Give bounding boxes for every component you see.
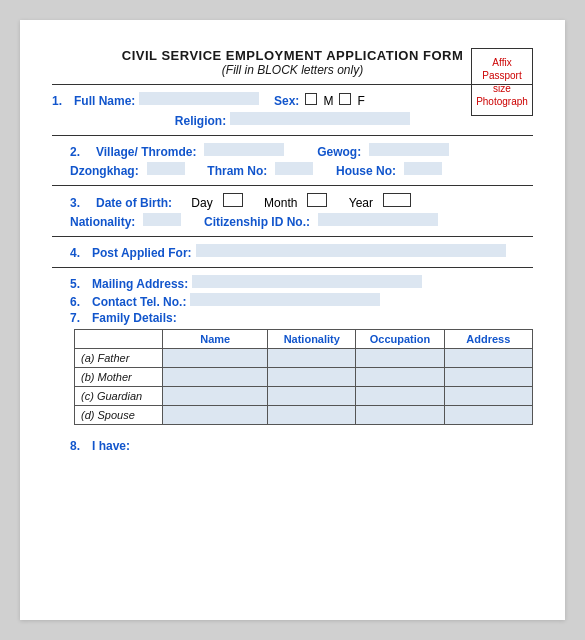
religion-row: Religion:: [52, 112, 533, 128]
family-label: Family Details:: [92, 311, 177, 325]
sex-label: Sex:: [274, 94, 299, 108]
divider-4: [52, 236, 533, 237]
month-text: Month: [264, 196, 297, 210]
sex-f-checkbox[interactable]: [339, 93, 351, 105]
col-header-occupation: Occupation: [356, 330, 444, 349]
form-page: CIVIL SERVICE EMPLOYMENT APPLICATION FOR…: [20, 20, 565, 620]
row-num-4: 4.: [70, 246, 88, 260]
table-row: (c) Guardian: [75, 387, 533, 406]
member-mother: (b) Mother: [75, 368, 163, 387]
row-num-2: 2.: [70, 145, 88, 159]
spouse-nationality[interactable]: [268, 406, 356, 425]
day-text: Day: [191, 196, 212, 210]
mother-name[interactable]: [163, 368, 268, 387]
mother-occupation[interactable]: [356, 368, 444, 387]
father-name[interactable]: [163, 349, 268, 368]
family-table-section: Name Nationality Occupation Address (a) …: [74, 329, 533, 425]
row-num-8: 8.: [70, 439, 88, 453]
religion-field[interactable]: [230, 112, 410, 125]
thram-field[interactable]: [275, 162, 313, 175]
guardian-occupation[interactable]: [356, 387, 444, 406]
full-name-label: Full Name:: [74, 94, 135, 108]
ihave-label: I have:: [92, 439, 130, 453]
row-3-nationality: Nationality: Citizenship ID No.:: [52, 213, 533, 229]
citizenship-field[interactable]: [318, 213, 438, 226]
row-2-village-gewog: 2. Village/ Thromde: Gewog:: [52, 143, 533, 159]
divider-5: [52, 267, 533, 268]
divider-2: [52, 135, 533, 136]
form-subtitle: (Fill in BLOCK letters only): [52, 63, 533, 77]
religion-label: Religion:: [175, 114, 226, 128]
member-spouse: (d) Spouse: [75, 406, 163, 425]
year-field[interactable]: [383, 193, 411, 207]
row-2-dzong-thram-house: Dzongkhag: Thram No: House No:: [52, 162, 533, 178]
divider-1: [52, 84, 533, 85]
row-num-5: 5.: [70, 277, 88, 291]
village-field[interactable]: [204, 143, 284, 156]
house-label: House No:: [336, 164, 396, 178]
row-num-7: 7.: [70, 311, 88, 325]
row-num-6: 6.: [70, 295, 88, 309]
year-text: Year: [349, 196, 373, 210]
spouse-name[interactable]: [163, 406, 268, 425]
col-header-nationality: Nationality: [268, 330, 356, 349]
day-field[interactable]: [223, 193, 243, 207]
row-7-header: 7. Family Details:: [52, 311, 533, 325]
mother-address[interactable]: [444, 368, 532, 387]
family-table: Name Nationality Occupation Address (a) …: [74, 329, 533, 425]
dzongkhag-label: Dzongkhag:: [70, 164, 139, 178]
house-field[interactable]: [404, 162, 442, 175]
mailing-field[interactable]: [192, 275, 422, 288]
row-8: 8. I have:: [52, 439, 533, 453]
guardian-address[interactable]: [444, 387, 532, 406]
row-3-dob: 3. Date of Birth: Day Month Year: [52, 193, 533, 210]
gewog-label: Gewog:: [317, 145, 361, 159]
col-header-member: [75, 330, 163, 349]
row-1-name-sex: 1. Full Name: Sex: M F: [52, 92, 533, 108]
table-row: (d) Spouse: [75, 406, 533, 425]
father-nationality[interactable]: [268, 349, 356, 368]
row-6: 6. Contact Tel. No.:: [52, 293, 533, 309]
col-header-address: Address: [444, 330, 532, 349]
gewog-field[interactable]: [369, 143, 449, 156]
member-guardian: (c) Guardian: [75, 387, 163, 406]
table-header-row: Name Nationality Occupation Address: [75, 330, 533, 349]
guardian-nationality[interactable]: [268, 387, 356, 406]
father-address[interactable]: [444, 349, 532, 368]
sex-m-checkbox[interactable]: [305, 93, 317, 105]
father-occupation[interactable]: [356, 349, 444, 368]
row-4: 4. Post Applied For:: [52, 244, 533, 260]
row-num-3: 3.: [70, 196, 88, 210]
contact-label: Contact Tel. No.:: [92, 295, 186, 309]
mother-nationality[interactable]: [268, 368, 356, 387]
citizenship-label: Citizenship ID No.:: [204, 215, 310, 229]
post-field[interactable]: [196, 244, 506, 257]
table-row: (b) Mother: [75, 368, 533, 387]
row-5: 5. Mailing Address:: [52, 275, 533, 291]
table-row: (a) Father: [75, 349, 533, 368]
spouse-occupation[interactable]: [356, 406, 444, 425]
village-label: Village/ Thromde:: [96, 145, 196, 159]
divider-3: [52, 185, 533, 186]
full-name-field[interactable]: [139, 92, 259, 105]
nationality-field[interactable]: [143, 213, 181, 226]
month-field[interactable]: [307, 193, 327, 207]
col-header-name: Name: [163, 330, 268, 349]
sex-f-text: F: [357, 94, 364, 108]
dob-label: Date of Birth:: [96, 196, 172, 210]
mailing-label: Mailing Address:: [92, 277, 188, 291]
dzongkhag-field[interactable]: [147, 162, 185, 175]
row-num-1: 1.: [52, 94, 70, 108]
guardian-name[interactable]: [163, 387, 268, 406]
spouse-address[interactable]: [444, 406, 532, 425]
contact-field[interactable]: [190, 293, 380, 306]
form-title: CIVIL SERVICE EMPLOYMENT APPLICATION FOR…: [52, 48, 533, 63]
thram-label: Thram No:: [207, 164, 267, 178]
sex-m-text: M: [323, 94, 333, 108]
form-header: CIVIL SERVICE EMPLOYMENT APPLICATION FOR…: [52, 48, 533, 77]
passport-photo-box: Affix Passport size Photograph: [471, 48, 533, 116]
post-label: Post Applied For:: [92, 246, 192, 260]
nationality-label: Nationality:: [70, 215, 135, 229]
member-father: (a) Father: [75, 349, 163, 368]
